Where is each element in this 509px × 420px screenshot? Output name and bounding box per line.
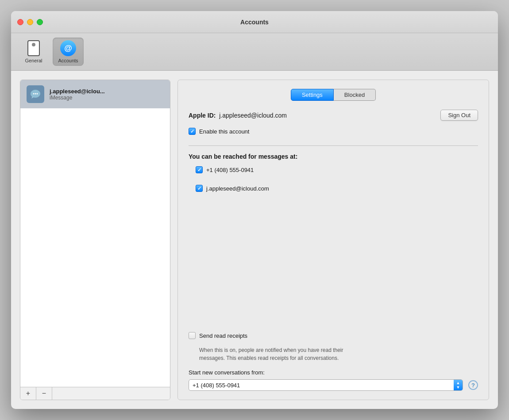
account-info: j.appleseed@iclou... iMessage — [50, 88, 105, 101]
apple-id-row: Apple ID: j.appleseed@icloud.com Sign Ou… — [189, 110, 478, 121]
tab-settings[interactable]: Settings — [291, 89, 334, 101]
enable-account-row: ✓ Enable this account — [189, 128, 478, 135]
spacer — [189, 208, 478, 332]
toolbar-accounts-button[interactable]: @ Accounts — [53, 38, 84, 66]
reach-phone-value: +1 (408) 555-0941 — [206, 167, 254, 173]
right-panel: Settings Blocked Apple ID: j.appleseed@i… — [177, 80, 489, 400]
reach-phone-row: ✓ +1 (408) 555-0941 — [196, 166, 478, 173]
account-email: j.appleseed@iclou... — [50, 88, 105, 95]
reach-email-checkbox[interactable]: ✓ — [196, 185, 203, 192]
window-title: Accounts — [240, 19, 269, 26]
account-avatar — [27, 85, 44, 103]
divider — [189, 145, 478, 146]
window: Accounts General @ Accounts — [11, 11, 498, 409]
dropdown-arrows-icon: ▲ ▼ — [454, 380, 463, 390]
remove-account-button[interactable]: − — [36, 387, 52, 400]
send-receipts-checkbox[interactable] — [189, 332, 196, 339]
send-receipts-row: Send read receipts — [189, 332, 478, 339]
enable-account-label: Enable this account — [199, 128, 249, 135]
check-phone-icon: ✓ — [197, 168, 201, 172]
accounts-label: Accounts — [58, 58, 78, 63]
sign-out-button[interactable]: Sign Out — [440, 110, 478, 121]
list-controls: + − — [20, 387, 170, 400]
reach-items: ✓ +1 (408) 555-0941 ✓ j.appleseed@icloud… — [196, 166, 478, 199]
help-button[interactable]: ? — [468, 380, 478, 390]
apple-id-label: Apple ID: — [189, 112, 216, 119]
account-item[interactable]: j.appleseed@iclou... iMessage — [20, 80, 170, 108]
reach-heading: You can be reached for messages at: — [189, 153, 478, 160]
maximize-button[interactable] — [37, 19, 43, 25]
segmented-control: Settings Blocked — [189, 89, 478, 101]
apple-id-value: j.appleseed@icloud.com — [219, 112, 287, 119]
send-receipts-section: Send read receipts When this is on, peop… — [189, 332, 478, 362]
start-conv-dropdown[interactable]: +1 (408) 555-0941 ▲ ▼ — [189, 379, 463, 391]
general-label: General — [25, 58, 42, 63]
checkmark-icon: ✓ — [190, 129, 194, 134]
send-receipts-desc: When this is on, people are notified whe… — [199, 346, 478, 362]
reach-email-row: ✓ j.appleseed@icloud.com — [196, 185, 478, 192]
send-receipts-label: Send read receipts — [199, 332, 247, 339]
tab-blocked[interactable]: Blocked — [334, 89, 376, 101]
main-content: j.appleseed@iclou... iMessage + − Settin… — [11, 71, 498, 409]
enable-account-checkbox[interactable]: ✓ — [189, 128, 196, 135]
start-conv-value: +1 (408) 555-0941 — [193, 382, 240, 389]
check-email-icon: ✓ — [197, 186, 201, 191]
left-panel: j.appleseed@iclou... iMessage + − — [20, 80, 170, 400]
account-list: j.appleseed@iclou... iMessage — [20, 80, 170, 387]
apple-id-text: Apple ID: j.appleseed@icloud.com — [189, 112, 287, 119]
add-account-button[interactable]: + — [20, 387, 36, 400]
titlebar: Accounts — [11, 11, 498, 33]
minimize-button[interactable] — [27, 19, 33, 25]
svg-point-3 — [35, 93, 36, 95]
account-type: iMessage — [50, 95, 105, 101]
window-controls — [17, 19, 43, 25]
start-conv-label: Start new conversations from: — [189, 369, 478, 376]
general-icon — [26, 40, 42, 56]
imessage-icon — [29, 88, 42, 100]
close-button[interactable] — [17, 19, 23, 25]
reach-email-value: j.appleseed@icloud.com — [206, 185, 269, 192]
accounts-icon: @ — [60, 40, 76, 56]
toolbar: General @ Accounts — [11, 33, 498, 71]
svg-point-2 — [33, 93, 35, 95]
svg-point-4 — [37, 93, 38, 95]
reach-phone-checkbox[interactable]: ✓ — [196, 166, 203, 173]
toolbar-general-button[interactable]: General — [18, 38, 49, 66]
start-conv-row: +1 (408) 555-0941 ▲ ▼ ? — [189, 379, 478, 391]
